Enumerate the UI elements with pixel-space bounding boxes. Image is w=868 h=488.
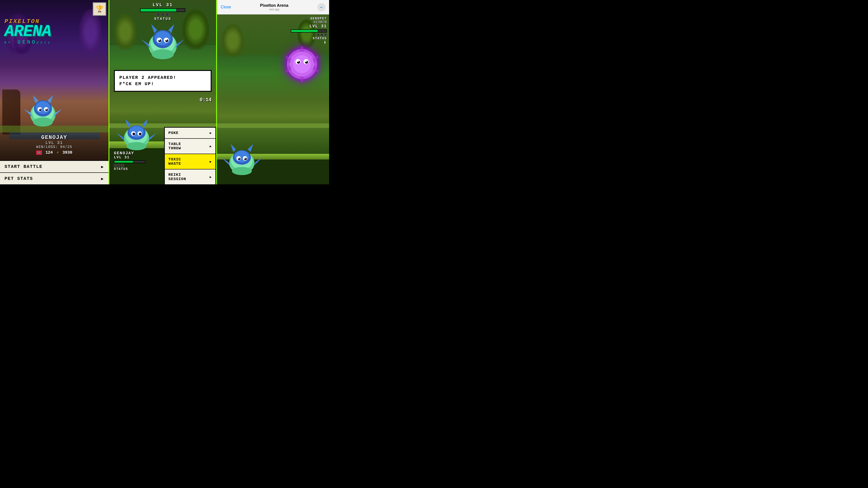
- p-dot-2: [118, 164, 120, 167]
- right-player-sprite: [221, 140, 262, 177]
- svg-point-27: [158, 39, 160, 40]
- coin-icon: 🎮: [36, 151, 42, 155]
- svg-marker-30: [168, 24, 174, 33]
- geno-label: GENO: [18, 39, 37, 45]
- opponent-creature: [140, 18, 185, 63]
- action-reiki-session[interactable]: REIKISESSION ▶: [165, 169, 215, 184]
- more-button[interactable]: ⋯: [317, 3, 326, 11]
- opponent-hp-fill: [141, 9, 176, 11]
- opponent-status-dots: [110, 13, 216, 16]
- pet-stats-arrow: ▶: [101, 176, 104, 181]
- svg-point-56: [287, 49, 317, 79]
- left-pet-sprite: [23, 90, 63, 130]
- svg-point-61: [297, 60, 299, 62]
- app-subtitle: mini app: [260, 8, 288, 11]
- poke-arrow: ▶: [210, 131, 212, 135]
- app-header: Close Pixelton Arena mini app ⋯: [217, 0, 329, 14]
- svg-point-37: [129, 126, 144, 138]
- arena-text: ARENA: [4, 25, 52, 39]
- trophy-button[interactable]: 🏆: [93, 2, 106, 16]
- trophy-icon: 🏆: [96, 5, 103, 13]
- player-creature: [116, 116, 157, 152]
- pet-level: LVL 31: [36, 140, 72, 145]
- left-menu: START BATTLE ▶ PET STATS ▶: [0, 160, 108, 184]
- by-geno-text: BY GENOpets: [4, 39, 52, 45]
- svg-point-46: [127, 142, 147, 150]
- energy-value: 3930: [63, 150, 72, 155]
- player-sprite: [116, 116, 157, 153]
- genopet-level: LVL 31: [291, 24, 327, 29]
- battle-msg-line2: F*CK EM UP!: [119, 81, 154, 87]
- player-name: GENOJAY: [114, 151, 146, 156]
- action-toxic-waste[interactable]: TOXICWASTE ▶: [165, 154, 215, 169]
- pet-stats-button[interactable]: PET STATS ▶: [0, 173, 108, 184]
- toxic-waste-label: TOXICWASTE: [168, 157, 181, 166]
- svg-point-3: [36, 101, 50, 114]
- svg-marker-74: [248, 144, 253, 152]
- right-player-creature: [221, 140, 262, 176]
- svg-point-18: [33, 118, 53, 127]
- player-status-label: STATUS: [114, 167, 146, 171]
- close-button[interactable]: Close: [221, 5, 231, 9]
- player-status-dots: [114, 164, 146, 167]
- action-table-throw[interactable]: TABLETHROW ▶: [165, 139, 215, 154]
- table-throw-label: TABLETHROW: [168, 142, 181, 151]
- genojay-sprite: [23, 90, 63, 130]
- mid-panel: LVL 31 STATUS: [108, 0, 217, 184]
- svg-marker-45: [149, 133, 157, 141]
- action-poke[interactable]: POKE ▶: [165, 128, 215, 139]
- enemy-sprite: [279, 41, 324, 88]
- bg-tree-2: [79, 9, 102, 54]
- pet-stats-row: 🎮 124 ⚡ 3930: [36, 150, 72, 155]
- svg-point-28: [165, 39, 167, 40]
- right-game-area: GENOPET #178578 LVL 31 STATUS 🌡: [217, 14, 329, 184]
- right-hp-bar: [291, 29, 327, 33]
- svg-point-66: [235, 151, 249, 162]
- more-icon: ⋯: [320, 5, 323, 10]
- action-menu: POKE ▶ TABLETHROW ▶ TOXICWASTE ▶ REIKISE…: [164, 127, 216, 184]
- reiki-session-arrow: ▶: [210, 175, 212, 179]
- start-battle-button[interactable]: START BATTLE ▶: [0, 161, 108, 173]
- by-label: BY: [4, 41, 12, 44]
- coin-value: 124: [45, 150, 53, 155]
- energy-icon: ⚡: [57, 150, 59, 155]
- start-battle-arrow: ▶: [101, 164, 104, 169]
- game-title: PIXELTON ARENA BY GENOpets: [4, 18, 52, 45]
- thermometer-icon: 🌡: [291, 40, 327, 44]
- svg-marker-15: [54, 108, 62, 117]
- right-pet-info: GENOPET #178578 LVL 31 STATUS 🌡: [291, 17, 327, 44]
- svg-point-8: [39, 108, 40, 109]
- opponent-sprite: [140, 18, 185, 64]
- reiki-session-label: REIKISESSION: [168, 173, 186, 181]
- poke-label: POKE: [168, 131, 179, 135]
- battle-msg-line1: PLAYER 2 APPEARED!: [119, 75, 176, 80]
- right-status-label: STATUS: [291, 37, 327, 40]
- svg-point-9: [45, 108, 47, 109]
- losses-value: 25: [67, 145, 72, 149]
- svg-marker-14: [24, 108, 32, 117]
- enemy-creature: [279, 41, 324, 87]
- p-dot-1: [114, 164, 117, 167]
- right-panel: Close Pixelton Arena mini app ⋯ GENOPET …: [217, 0, 329, 184]
- svg-marker-43: [143, 119, 148, 127]
- genopet-id: #178578: [291, 20, 327, 24]
- opponent-level: LVL 31: [110, 2, 216, 7]
- right-status-dots: [291, 33, 327, 36]
- svg-point-40: [132, 133, 135, 135]
- player-hp-bar: [114, 160, 146, 163]
- status-dot-3: [166, 13, 169, 16]
- svg-point-71: [238, 157, 239, 159]
- svg-marker-42: [125, 119, 131, 127]
- opponent-hp-bar: [140, 8, 185, 12]
- status-dot-1: [157, 13, 160, 16]
- svg-point-33: [152, 49, 174, 59]
- svg-point-41: [139, 133, 142, 135]
- battle-message-box: PLAYER 2 APPEARED! F*CK EM UP!: [114, 70, 212, 92]
- table-throw-arrow: ▶: [210, 144, 212, 148]
- svg-point-22: [155, 31, 170, 45]
- app-title-group: Pixelton Arena mini app: [260, 3, 288, 11]
- r-dot-2: [320, 33, 323, 36]
- battle-timer: 0:14: [199, 97, 212, 103]
- player-stats: GENOJAY LVL 31 STATUS: [114, 151, 146, 171]
- svg-point-77: [232, 167, 252, 175]
